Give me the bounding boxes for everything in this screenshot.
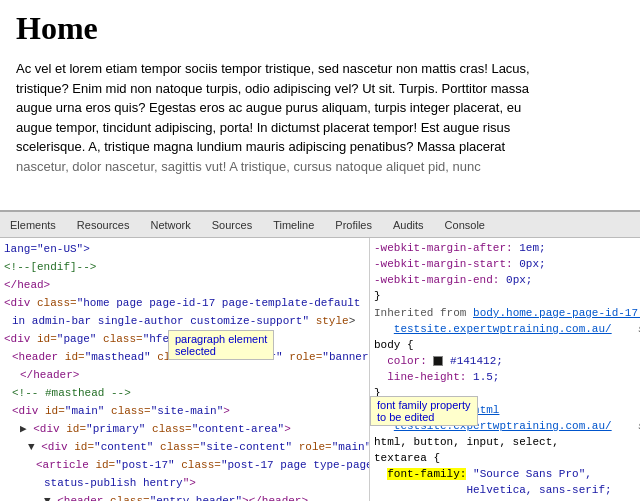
html-line[interactable]: <!--[endif]-->: [0, 258, 369, 276]
page-content-area: Home Ac vel et lorem etiam tempor sociis…: [0, 0, 640, 210]
html-line[interactable]: <div class="home page page-id-17 page-te…: [0, 294, 369, 312]
tab-sources[interactable]: Sources: [202, 212, 263, 237]
html-line[interactable]: <!-- #masthead -->: [0, 384, 369, 402]
html-line[interactable]: ▼ <div id="content" class="site-content"…: [0, 438, 369, 456]
tab-console[interactable]: Console: [435, 212, 496, 237]
html-line[interactable]: ▶ <div id="primary" class="content-area"…: [0, 420, 369, 438]
html-line[interactable]: <article id="post-17" class="post-17 pag…: [0, 456, 369, 474]
style-selector-2b: textarea {: [374, 450, 636, 466]
body-line-3: augue urna eros quis? Egestas eros ac au…: [16, 100, 521, 115]
tab-timeline[interactable]: Timeline: [263, 212, 325, 237]
style-line: -webkit-margin-after: 1em;: [374, 240, 636, 256]
inherited-header-2: Inherited from html: [374, 403, 636, 418]
html-line[interactable]: </head>: [0, 276, 369, 294]
inherited-header: Inherited from body.home.page-page-id-17…: [374, 306, 636, 321]
html-line[interactable]: <header id="masthead" class="site-header…: [0, 348, 369, 366]
html-line[interactable]: </header>: [0, 366, 369, 384]
style-selector: body {: [374, 337, 636, 353]
tab-audits[interactable]: Audits: [383, 212, 435, 237]
style-line: line-height: 1.5;: [374, 369, 636, 385]
page-title: Home: [16, 10, 624, 47]
devtools-panel: Elements Resources Network Sources Timel…: [0, 210, 640, 501]
html-link[interactable]: html: [473, 404, 499, 416]
style-selector-2: html, button, input, select,: [374, 434, 636, 450]
body-line-6: nascetur, dolor nascetur, sagittis vut! …: [16, 159, 481, 174]
style-line: color: #141412;: [374, 353, 636, 369]
source-link-1[interactable]: testsite.expertwptraining.com.au/: [394, 323, 612, 335]
devtools-main-area: lang="en-US"> <!--[endif]--> </head> <di…: [0, 238, 640, 501]
style-line-2: Helvetica, sans-serif;: [374, 482, 636, 498]
page-body-text: Ac vel et lorem etiam tempor sociis temp…: [16, 59, 624, 176]
html-line[interactable]: lang="en-US">: [0, 240, 369, 258]
style-source: testsite.expertwptraining.com.au/ style.…: [374, 321, 636, 337]
body-line-5: scelerisque. A, tristique magna lundium …: [16, 139, 505, 154]
body-line-1: Ac vel et lorem etiam tempor sociis temp…: [16, 61, 530, 76]
html-line[interactable]: <div id="page" class="hfeed site">: [0, 330, 369, 348]
tab-network[interactable]: Network: [140, 212, 201, 237]
style-line: -webkit-margin-end: 0px;: [374, 272, 636, 288]
source-link-2[interactable]: testsite.expertwptraining.com.au/: [394, 420, 612, 432]
tab-profiles[interactable]: Profiles: [325, 212, 383, 237]
html-line[interactable]: status-publish hentry">: [0, 474, 369, 492]
style-line-highlight[interactable]: font-family: "Source Sans Pro",: [374, 466, 636, 482]
tab-resources[interactable]: Resources: [67, 212, 141, 237]
style-source-2: testsite.expertwptraining.com.au/ style.…: [374, 418, 636, 434]
body-line-4: augue tempor, tincidunt adipiscing, port…: [16, 120, 510, 135]
body-line-2: tristique? Enim mid non natoque turpis, …: [16, 81, 529, 96]
style-close: }: [374, 288, 636, 304]
html-line[interactable]: ▼ <header class="entry-header"></header>: [0, 492, 369, 501]
tab-elements[interactable]: Elements: [0, 212, 67, 237]
style-line: -webkit-margin-start: 0px;: [374, 256, 636, 272]
body-link[interactable]: body.home.page-page-id-17.pag...: [473, 307, 640, 319]
html-line[interactable]: <div id="main" class="site-main">: [0, 402, 369, 420]
devtools-toolbar: Elements Resources Network Sources Timel…: [0, 212, 640, 238]
html-line[interactable]: in admin-bar single-author customize-sup…: [0, 312, 369, 330]
styles-panel[interactable]: -webkit-margin-after: 1em; -webkit-margi…: [370, 238, 640, 501]
style-close: }: [374, 385, 636, 401]
html-panel[interactable]: lang="en-US"> <!--[endif]--> </head> <di…: [0, 238, 370, 501]
highlight-font-family: font-family:: [387, 468, 466, 480]
